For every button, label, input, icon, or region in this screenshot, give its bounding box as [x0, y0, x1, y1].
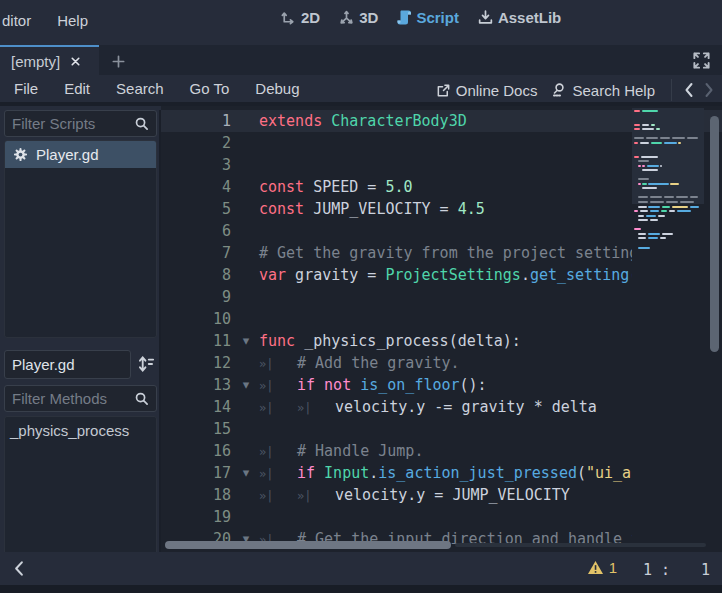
search-icon — [134, 116, 149, 131]
tab-label: [empty] — [11, 53, 60, 70]
history-back-icon[interactable] — [682, 80, 696, 100]
minimap-line-segment — [638, 237, 646, 239]
mode-script-label: Script — [416, 9, 459, 26]
menu-edit[interactable]: Edit — [64, 80, 90, 97]
minimap-line-segment — [638, 165, 641, 167]
code-editor[interactable]: 1extends CharacterBody3D234const SPEED =… — [161, 106, 722, 552]
method-label: _physics_process — [10, 422, 129, 439]
minimap-line-segment — [650, 210, 659, 212]
line-number: 8 — [161, 264, 233, 286]
online-docs-label: Online Docs — [456, 82, 538, 99]
mode-script-button[interactable]: Script — [396, 9, 459, 26]
minimap-line-segment — [634, 110, 640, 112]
menu-editor[interactable]: ditor — [2, 12, 31, 29]
filter-methods-input[interactable]: Filter Methods — [4, 385, 157, 412]
tab-close-icon[interactable] — [69, 55, 82, 68]
sort-methods-icon[interactable] — [135, 353, 157, 375]
line-number: 15 — [161, 418, 233, 440]
minimap-line-segment — [662, 233, 673, 235]
minimap-line-segment — [642, 128, 654, 130]
cursor-column: 1 — [701, 561, 710, 579]
fold-gutter — [233, 220, 259, 242]
menubar-separator — [671, 79, 672, 101]
minimap-line-segment — [650, 219, 658, 221]
fold-gutter — [233, 286, 259, 308]
warnings-indicator[interactable]: 1 — [587, 559, 617, 576]
status-bar: 1 1 : 1 — [0, 552, 722, 585]
line-number: 11 — [161, 330, 233, 352]
fold-gutter — [233, 132, 259, 154]
mode-assetlib-button[interactable]: AssetLib — [477, 9, 561, 26]
scripts-list: Player.gd — [4, 140, 157, 338]
mode-2d-label: 2D — [301, 9, 320, 26]
script-tab-strip: [empty] — [0, 45, 722, 75]
menu-search[interactable]: Search — [116, 80, 164, 97]
line-number: 4 — [161, 176, 233, 198]
expand-panel-icon[interactable] — [692, 51, 712, 71]
2d-icon — [280, 9, 297, 26]
mode-3d-button[interactable]: 3D — [338, 9, 378, 26]
line-number: 9 — [161, 286, 233, 308]
minimap-line-segment — [634, 142, 638, 144]
minimap-line-segment — [638, 201, 648, 203]
external-link-icon — [436, 83, 451, 98]
fold-arrow-icon[interactable]: ▾ — [233, 374, 259, 396]
script-list-item-label: Player.gd — [36, 146, 99, 163]
fold-arrow-icon[interactable]: ▾ — [233, 330, 259, 352]
online-docs-button[interactable]: Online Docs — [436, 82, 538, 99]
script-icon — [396, 9, 412, 26]
tab-empty[interactable]: [empty] — [0, 45, 99, 75]
app-menus: ditor Help — [2, 12, 88, 29]
minimap-line-segment — [642, 124, 649, 126]
minimap-line-segment — [642, 165, 645, 167]
filter-scripts-input[interactable]: Filter Scripts — [4, 110, 157, 137]
fold-gutter — [233, 176, 259, 198]
menu-goto[interactable]: Go To — [190, 80, 230, 97]
minimap-line-segment — [648, 237, 658, 239]
minimap-line-segment — [646, 215, 656, 217]
collapse-panel-icon[interactable] — [12, 560, 28, 576]
fold-gutter — [233, 506, 259, 528]
minimap-line-segment — [642, 110, 658, 112]
current-script-name-field[interactable]: Player.gd — [4, 350, 131, 379]
fold-gutter — [233, 198, 259, 220]
line-number: 10 — [161, 308, 233, 330]
minimap-line-segment — [634, 156, 639, 158]
line-number: 3 — [161, 154, 233, 176]
minimap-line-segment — [651, 124, 655, 126]
minimap-line-segment — [648, 183, 669, 185]
fold-gutter — [233, 308, 259, 330]
fold-gutter — [233, 440, 259, 462]
method-list-item[interactable]: _physics_process — [5, 417, 156, 443]
horizontal-scrollbar-track[interactable] — [161, 538, 722, 552]
current-script-name: Player.gd — [12, 356, 123, 373]
fold-gutter — [233, 242, 259, 264]
script-list-item-player[interactable]: Player.gd — [5, 141, 156, 168]
menu-help[interactable]: Help — [57, 12, 88, 29]
cursor-line: 1 : — [643, 561, 670, 579]
search-help-button[interactable]: Search Help — [551, 82, 655, 99]
line-number: 18 — [161, 484, 233, 506]
horizontal-scrollbar-rest — [455, 543, 706, 547]
filter-methods-placeholder: Filter Methods — [12, 390, 134, 407]
line-number: 1 — [161, 110, 233, 132]
minimap-line-segment — [640, 142, 649, 144]
assetlib-icon — [477, 9, 494, 26]
horizontal-scrollbar-thumb[interactable] — [165, 541, 451, 549]
menu-debug[interactable]: Debug — [255, 80, 299, 97]
minimap-line-segment — [658, 215, 665, 217]
minimap-line-segment — [672, 137, 685, 139]
minimap-line-segment — [641, 156, 658, 158]
history-forward-icon[interactable] — [702, 80, 716, 100]
vertical-scrollbar[interactable] — [710, 116, 719, 352]
mode-2d-button[interactable]: 2D — [280, 9, 320, 26]
new-tab-button[interactable] — [106, 49, 130, 73]
fold-arrow-icon[interactable]: ▾ — [233, 462, 259, 484]
scripts-panel: Filter Scripts — [0, 110, 161, 585]
minimap-line-segment — [669, 210, 675, 212]
minimap-line-segment — [638, 219, 648, 221]
minimap[interactable] — [632, 106, 704, 552]
minimap-line-segment — [640, 210, 648, 212]
menu-file[interactable]: File — [14, 80, 38, 97]
app-top-bar: ditor Help 2D 3D — [0, 0, 722, 45]
